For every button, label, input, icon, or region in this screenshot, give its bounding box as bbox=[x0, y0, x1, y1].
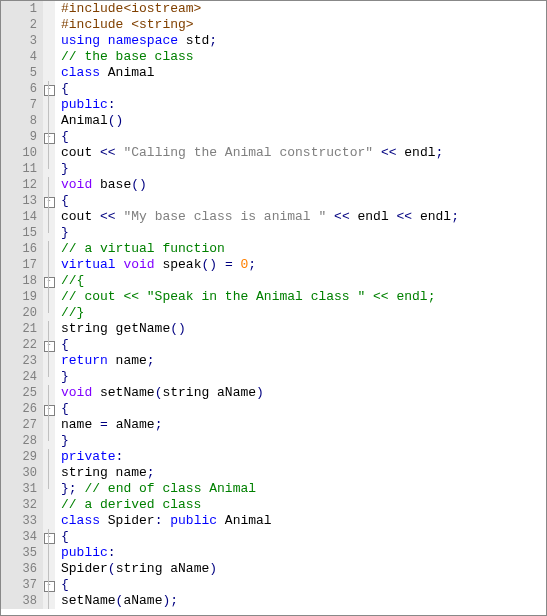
code-line[interactable]: 15} bbox=[1, 225, 546, 241]
code-content[interactable]: cout << "Calling the Animal constructor"… bbox=[55, 145, 443, 161]
code-line[interactable]: 10cout << "Calling the Animal constructo… bbox=[1, 145, 546, 161]
code-line[interactable]: 6-{ bbox=[1, 81, 546, 97]
code-line[interactable]: 33class Spider: public Animal bbox=[1, 513, 546, 529]
code-content[interactable]: { bbox=[55, 577, 69, 593]
code-line[interactable]: 12void base() bbox=[1, 177, 546, 193]
code-line[interactable]: 4// the base class bbox=[1, 49, 546, 65]
code-line[interactable]: 8Animal() bbox=[1, 113, 546, 129]
code-line[interactable]: 14cout << "My base class is animal " << … bbox=[1, 209, 546, 225]
fold-minus-icon[interactable]: - bbox=[44, 405, 55, 416]
code-content[interactable]: { bbox=[55, 81, 69, 97]
code-line[interactable]: 35public: bbox=[1, 545, 546, 561]
fold-minus-icon[interactable]: - bbox=[44, 533, 55, 544]
code-line[interactable]: 21string getName() bbox=[1, 321, 546, 337]
fold-minus-icon[interactable]: - bbox=[44, 341, 55, 352]
fold-gutter[interactable]: - bbox=[43, 401, 55, 417]
fold-minus-icon[interactable]: - bbox=[44, 581, 55, 592]
code-line[interactable]: 32// a derived class bbox=[1, 497, 546, 513]
fold-gutter[interactable]: - bbox=[43, 337, 55, 353]
code-content[interactable]: virtual void speak() = 0; bbox=[55, 257, 256, 273]
code-content[interactable]: // a derived class bbox=[55, 497, 201, 513]
code-line[interactable]: 18-//{ bbox=[1, 273, 546, 289]
code-line[interactable]: 34-{ bbox=[1, 529, 546, 545]
fold-gutter[interactable]: - bbox=[43, 273, 55, 289]
code-content[interactable]: string name; bbox=[55, 465, 155, 481]
code-content[interactable]: string getName() bbox=[55, 321, 186, 337]
code-line[interactable]: 22-{ bbox=[1, 337, 546, 353]
line-number: 13 bbox=[1, 193, 43, 209]
fold-gutter[interactable]: - bbox=[43, 577, 55, 593]
code-line[interactable]: 31}; // end of class Animal bbox=[1, 481, 546, 497]
code-content[interactable]: { bbox=[55, 337, 69, 353]
code-content[interactable]: { bbox=[55, 193, 69, 209]
code-content[interactable]: } bbox=[55, 433, 69, 449]
fold-minus-icon[interactable]: - bbox=[44, 85, 55, 96]
code-line[interactable]: 9-{ bbox=[1, 129, 546, 145]
line-number: 37 bbox=[1, 577, 43, 593]
code-content[interactable]: class Animal bbox=[55, 65, 155, 81]
code-line[interactable]: 20//} bbox=[1, 305, 546, 321]
code-content[interactable]: // the base class bbox=[55, 49, 194, 65]
code-line[interactable]: 26-{ bbox=[1, 401, 546, 417]
fold-gutter[interactable]: - bbox=[43, 129, 55, 145]
code-line[interactable]: 1#include<iostream> bbox=[1, 1, 546, 17]
code-line[interactable]: 38setName(aName); bbox=[1, 593, 546, 609]
code-content[interactable]: { bbox=[55, 129, 69, 145]
code-content[interactable]: Spider(string aName) bbox=[55, 561, 217, 577]
code-line[interactable]: 5class Animal bbox=[1, 65, 546, 81]
code-line[interactable]: 7public: bbox=[1, 97, 546, 113]
code-line[interactable]: 36Spider(string aName) bbox=[1, 561, 546, 577]
code-line[interactable]: 13-{ bbox=[1, 193, 546, 209]
code-content[interactable]: cout << "My base class is animal " << en… bbox=[55, 209, 459, 225]
code-line[interactable]: 29private: bbox=[1, 449, 546, 465]
code-line[interactable]: 37-{ bbox=[1, 577, 546, 593]
fold-minus-icon[interactable]: - bbox=[44, 277, 55, 288]
code-line[interactable]: 17virtual void speak() = 0; bbox=[1, 257, 546, 273]
code-content[interactable]: #include<iostream> bbox=[55, 1, 201, 17]
code-content[interactable]: } bbox=[55, 225, 69, 241]
fold-minus-icon[interactable]: - bbox=[44, 133, 55, 144]
code-content[interactable]: class Spider: public Animal bbox=[55, 513, 272, 529]
code-content[interactable]: name = aName; bbox=[55, 417, 162, 433]
line-number: 9 bbox=[1, 129, 43, 145]
code-content[interactable]: }; // end of class Animal bbox=[55, 481, 256, 497]
code-line[interactable]: 25void setName(string aName) bbox=[1, 385, 546, 401]
code-content[interactable]: void base() bbox=[55, 177, 147, 193]
code-content[interactable]: public: bbox=[55, 545, 116, 561]
fold-gutter[interactable]: - bbox=[43, 193, 55, 209]
line-number: 31 bbox=[1, 481, 43, 497]
code-content[interactable]: private: bbox=[55, 449, 123, 465]
code-line[interactable]: 27name = aName; bbox=[1, 417, 546, 433]
code-line[interactable]: 3using namespace std; bbox=[1, 33, 546, 49]
code-content[interactable]: public: bbox=[55, 97, 116, 113]
fold-gutter bbox=[43, 241, 55, 257]
code-content[interactable]: { bbox=[55, 529, 69, 545]
fold-gutter bbox=[43, 545, 55, 561]
code-line[interactable]: 19// cout << "Speak in the Animal class … bbox=[1, 289, 546, 305]
fold-gutter bbox=[43, 417, 55, 433]
code-content[interactable]: return name; bbox=[55, 353, 155, 369]
code-content[interactable]: void setName(string aName) bbox=[55, 385, 264, 401]
code-line[interactable]: 24} bbox=[1, 369, 546, 385]
code-content[interactable]: // cout << "Speak in the Animal class " … bbox=[55, 289, 435, 305]
code-editor[interactable]: 1#include<iostream>2#include <string>3us… bbox=[1, 1, 546, 615]
fold-minus-icon[interactable]: - bbox=[44, 197, 55, 208]
code-line[interactable]: 16// a virtual function bbox=[1, 241, 546, 257]
code-content[interactable]: } bbox=[55, 369, 69, 385]
code-content[interactable]: #include <string> bbox=[55, 17, 194, 33]
code-content[interactable]: //} bbox=[55, 305, 84, 321]
code-content[interactable]: Animal() bbox=[55, 113, 123, 129]
code-content[interactable]: setName(aName); bbox=[55, 593, 178, 609]
code-content[interactable]: using namespace std; bbox=[55, 33, 217, 49]
code-line[interactable]: 23return name; bbox=[1, 353, 546, 369]
code-content[interactable]: //{ bbox=[55, 273, 84, 289]
code-line[interactable]: 28} bbox=[1, 433, 546, 449]
fold-gutter[interactable]: - bbox=[43, 81, 55, 97]
code-content[interactable]: { bbox=[55, 401, 69, 417]
code-line[interactable]: 11} bbox=[1, 161, 546, 177]
fold-gutter[interactable]: - bbox=[43, 529, 55, 545]
code-line[interactable]: 30string name; bbox=[1, 465, 546, 481]
code-line[interactable]: 2#include <string> bbox=[1, 17, 546, 33]
code-content[interactable]: // a virtual function bbox=[55, 241, 225, 257]
code-content[interactable]: } bbox=[55, 161, 69, 177]
